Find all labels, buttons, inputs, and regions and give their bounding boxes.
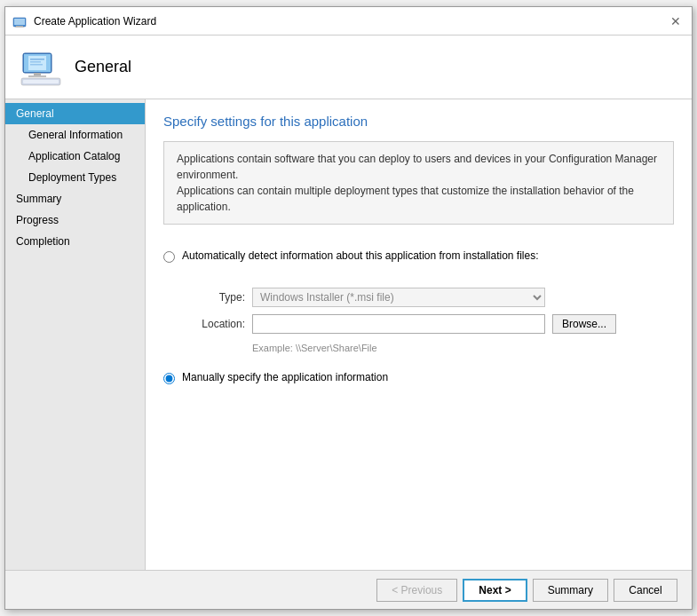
sidebar-item-summary[interactable]: Summary: [5, 188, 145, 209]
svg-rect-1: [14, 19, 25, 25]
cancel-button[interactable]: Cancel: [614, 579, 677, 602]
svg-rect-3: [15, 27, 24, 28]
sidebar-item-general-information[interactable]: General Information: [5, 124, 145, 146]
example-text: Example: \\Server\Share\File: [252, 343, 674, 353]
auto-detect-label[interactable]: Automatically detect information about t…: [182, 249, 539, 262]
next-button[interactable]: Next >: [463, 579, 527, 602]
options-area: Automatically detect information about t…: [163, 242, 674, 391]
section-title: Specify settings for this application: [163, 114, 674, 129]
sidebar-item-application-catalog[interactable]: Application Catalog: [5, 146, 145, 167]
browse-button[interactable]: Browse...: [552, 314, 616, 334]
manual-option: Manually specify the application informa…: [163, 371, 674, 384]
sidebar-item-general[interactable]: General: [5, 103, 145, 124]
description-box: Applications contain software that you c…: [163, 141, 674, 225]
header-area: General: [5, 36, 692, 99]
location-label: Location:: [183, 318, 245, 330]
manual-label[interactable]: Manually specify the application informa…: [182, 371, 388, 383]
summary-button[interactable]: Summary: [533, 579, 608, 602]
auto-detect-fields: Type: Windows Installer (*.msi file) Loc…: [183, 288, 674, 353]
sidebar: General General Information Application …: [5, 99, 146, 570]
auto-detect-option: Automatically detect information about t…: [163, 249, 674, 263]
title-bar: Create Application Wizard ✕: [5, 7, 692, 36]
svg-rect-7: [30, 59, 44, 60]
footer: < Previous Next > Summary Cancel: [5, 570, 692, 609]
type-row: Type: Windows Installer (*.msi file): [183, 288, 674, 307]
header-computer-icon: [20, 46, 62, 89]
sidebar-item-deployment-types[interactable]: Deployment Types: [5, 167, 145, 188]
location-input[interactable]: [252, 314, 545, 334]
header-title: General: [75, 58, 131, 76]
window-title: Create Application Wizard: [34, 15, 156, 28]
auto-detect-radio[interactable]: [163, 251, 175, 263]
sidebar-item-completion[interactable]: Completion: [5, 231, 145, 252]
svg-rect-9: [30, 64, 43, 66]
type-select[interactable]: Windows Installer (*.msi file): [252, 288, 545, 307]
window-icon: [12, 14, 27, 28]
main-content: Specify settings for this application Ap…: [146, 99, 692, 570]
sidebar-item-progress[interactable]: Progress: [5, 209, 145, 231]
manual-radio[interactable]: [163, 373, 175, 384]
wizard-window: Create Application Wizard ✕ General Gene…: [4, 6, 693, 610]
close-button[interactable]: ✕: [667, 12, 685, 30]
svg-rect-6: [28, 56, 46, 70]
description-line1: Applications contain software that you c…: [177, 151, 661, 183]
svg-rect-11: [28, 75, 46, 77]
svg-rect-13: [23, 80, 59, 83]
title-bar-left: Create Application Wizard: [12, 14, 156, 28]
description-line2: Applications can contain multiple deploy…: [177, 183, 661, 215]
content-area: General General Information Application …: [5, 99, 692, 570]
type-label: Type:: [183, 291, 245, 304]
location-row: Location: Browse...: [183, 314, 674, 334]
previous-button[interactable]: < Previous: [376, 579, 457, 602]
svg-rect-8: [30, 61, 41, 63]
